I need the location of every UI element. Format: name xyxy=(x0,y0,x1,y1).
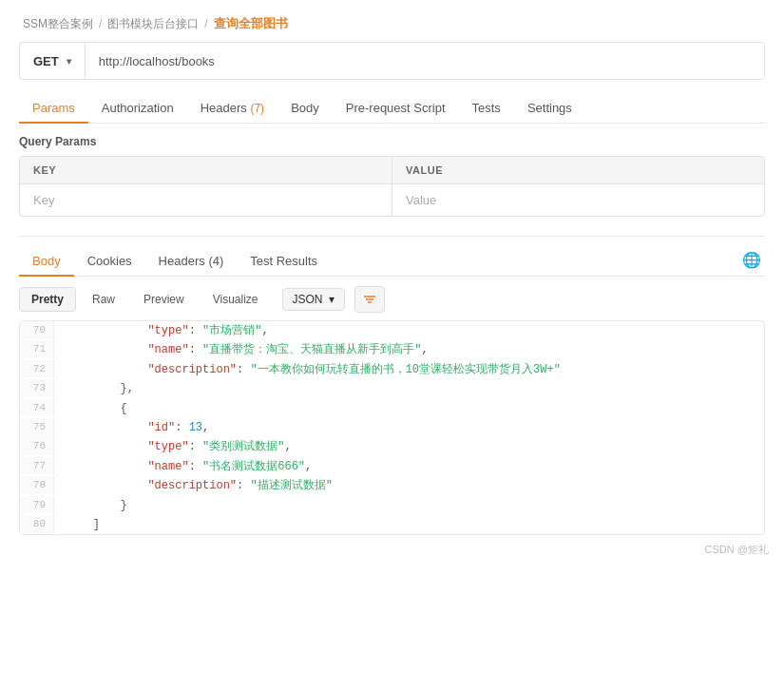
line-number: 79 xyxy=(20,496,54,514)
line-number: 78 xyxy=(20,476,54,494)
breadcrumb-sep-2: / xyxy=(204,17,207,30)
json-punct: }, xyxy=(121,382,134,395)
view-pretty-button[interactable]: Pretty xyxy=(19,287,76,312)
footer-text: CSDN @矩礼 xyxy=(705,544,769,555)
json-punct: : xyxy=(189,324,202,337)
line-content: "type": "类别测试数据", xyxy=(54,437,292,456)
json-punct: : xyxy=(189,343,202,356)
line-number: 70 xyxy=(20,321,54,339)
params-table-row: Key Value xyxy=(20,184,764,216)
json-line: 75 "id": 13, xyxy=(20,418,764,437)
json-string-value: "市场营销" xyxy=(202,324,261,337)
format-label: JSON xyxy=(293,293,323,306)
line-content: "id": 13, xyxy=(54,418,209,437)
method-dropdown[interactable]: GET ▾ xyxy=(20,43,86,79)
json-line: 70 "type": "市场营销", xyxy=(20,321,764,340)
json-punct: , xyxy=(305,460,312,473)
json-line: 78 "description": "描述测试数据" xyxy=(20,476,764,495)
tab-tests[interactable]: Tests xyxy=(459,93,514,123)
line-content: "name": "直播带货：淘宝、天猫直播从新手到高手", xyxy=(54,340,429,359)
line-number: 73 xyxy=(20,379,54,397)
json-indent xyxy=(66,402,121,415)
json-viewer: 70 "type": "市场营销",71 "name": "直播带货：淘宝、天猫… xyxy=(19,320,765,535)
footer: CSDN @矩礼 xyxy=(0,535,784,565)
json-punct: { xyxy=(121,402,127,415)
line-content: }, xyxy=(54,379,134,398)
line-content: { xyxy=(54,399,127,418)
json-punct: , xyxy=(261,324,268,337)
line-content: ] xyxy=(54,515,100,534)
json-punct: ] xyxy=(93,518,100,531)
json-indent xyxy=(66,363,147,376)
globe-icon[interactable]: 🌐 xyxy=(738,246,765,273)
view-preview-button[interactable]: Preview xyxy=(131,287,197,312)
json-punct: : xyxy=(237,363,250,376)
tab-headers[interactable]: Headers (7) xyxy=(187,93,277,123)
json-string-value: "直播带货：淘宝、天猫直播从新手到高手" xyxy=(202,343,421,356)
json-key: "type" xyxy=(147,440,188,453)
url-input[interactable] xyxy=(86,43,764,79)
json-punct: , xyxy=(421,343,428,356)
headers-badge: (7) xyxy=(250,102,264,115)
key-cell[interactable]: Key xyxy=(20,184,392,216)
query-params-label: Query Params xyxy=(19,135,765,148)
col-key-header: KEY xyxy=(20,157,392,183)
line-number: 77 xyxy=(20,457,54,475)
json-key: "id" xyxy=(147,421,175,434)
json-indent xyxy=(66,460,147,473)
chevron-down-icon: ▾ xyxy=(67,56,71,67)
json-string-value: "类别测试数据" xyxy=(202,440,284,453)
json-string-value: "描述测试数据" xyxy=(250,479,332,492)
breadcrumb-item-1[interactable]: SSM整合案例 xyxy=(23,16,93,32)
resp-tab-headers[interactable]: Headers (4) xyxy=(145,246,238,276)
filter-icon[interactable] xyxy=(354,286,385,313)
tab-authorization[interactable]: Authorization xyxy=(88,93,187,123)
json-key: "name" xyxy=(147,343,188,356)
json-line: 73 }, xyxy=(20,379,764,398)
view-visualize-button[interactable]: Visualize xyxy=(201,287,271,312)
line-content: } xyxy=(54,496,127,515)
response-toolbar: Pretty Raw Preview Visualize JSON ▾ xyxy=(19,277,765,320)
line-number: 75 xyxy=(20,418,54,436)
json-punct: , xyxy=(284,440,291,453)
tab-pre-request-script[interactable]: Pre-request Script xyxy=(333,93,459,123)
view-raw-button[interactable]: Raw xyxy=(80,287,127,312)
json-indent xyxy=(66,343,147,356)
tab-body[interactable]: Body xyxy=(277,93,333,123)
value-cell[interactable]: Value xyxy=(392,184,764,216)
line-number: 80 xyxy=(20,515,54,533)
json-indent xyxy=(66,479,147,492)
resp-headers-badge: (4) xyxy=(208,254,223,268)
json-line: 71 "name": "直播带货：淘宝、天猫直播从新手到高手", xyxy=(20,340,764,359)
json-key: "name" xyxy=(147,460,188,473)
method-label: GET xyxy=(33,54,59,68)
resp-tab-test-results[interactable]: Test Results xyxy=(237,246,331,276)
chevron-down-icon: ▾ xyxy=(329,293,335,306)
json-line: 76 "type": "类别测试数据", xyxy=(20,437,764,456)
line-content: "name": "书名测试数据666", xyxy=(54,457,312,476)
json-indent xyxy=(66,440,147,453)
resp-tab-body[interactable]: Body xyxy=(19,246,74,276)
json-line: 79 } xyxy=(20,496,764,515)
tab-params[interactable]: Params xyxy=(19,93,88,123)
json-punct: : xyxy=(175,421,188,434)
breadcrumb: SSM整合案例 / 图书模块后台接口 / 查询全部图书 xyxy=(0,0,784,42)
json-indent xyxy=(66,421,147,434)
format-dropdown[interactable]: JSON ▾ xyxy=(282,288,345,311)
resp-tab-cookies[interactable]: Cookies xyxy=(74,246,145,276)
json-key: "type" xyxy=(147,324,188,337)
line-number: 71 xyxy=(20,340,54,358)
json-indent xyxy=(66,324,147,337)
tab-settings[interactable]: Settings xyxy=(514,93,585,123)
params-table-header: KEY VALUE xyxy=(20,157,764,184)
breadcrumb-item-2[interactable]: 图书模块后台接口 xyxy=(107,16,199,32)
line-content: "description": "描述测试数据" xyxy=(54,476,333,495)
line-number: 74 xyxy=(20,399,54,417)
json-string-value: "书名测试数据666" xyxy=(202,460,305,473)
json-line: 77 "name": "书名测试数据666", xyxy=(20,457,764,476)
json-line: 72 "description": "一本教你如何玩转直播的书，10堂课轻松实现… xyxy=(20,360,764,379)
params-table: KEY VALUE Key Value xyxy=(19,156,765,217)
request-tabs: Params Authorization Headers (7) Body Pr… xyxy=(19,93,765,124)
query-params-section: Query Params KEY VALUE Key Value xyxy=(19,135,765,217)
json-punct: : xyxy=(189,440,202,453)
